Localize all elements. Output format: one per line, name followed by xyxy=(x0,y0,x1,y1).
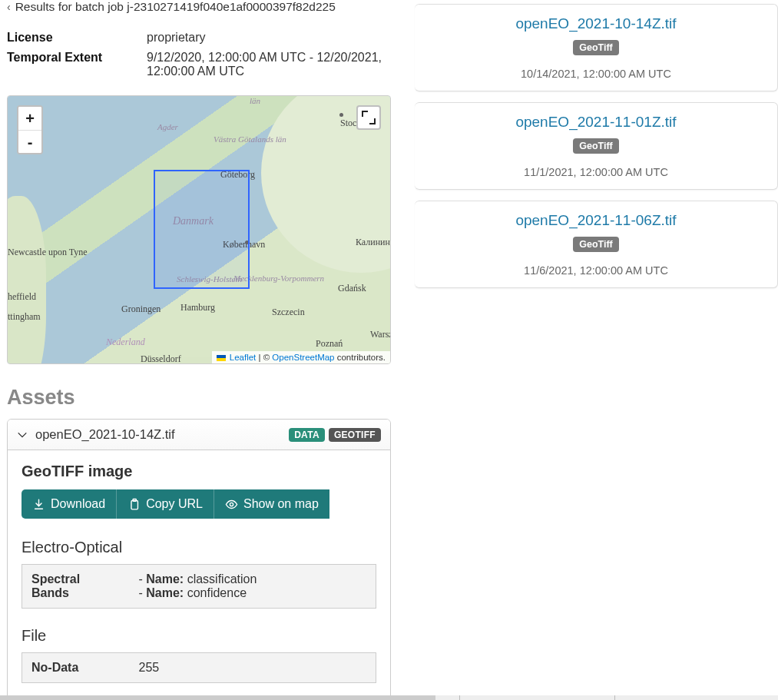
geotiff-chip: GeoTiff xyxy=(573,138,619,154)
svg-rect-0 xyxy=(131,500,138,509)
result-card[interactable]: openEO_2021-11-01Z.tif GeoTiff 11/1/2021… xyxy=(415,102,778,190)
label-groningen: Groningen xyxy=(121,304,161,315)
file-table: No-Data 255 xyxy=(22,652,376,683)
fullscreen-icon xyxy=(363,112,374,123)
geotiff-chip: GeoTiff xyxy=(573,40,619,55)
clipboard-icon xyxy=(127,498,141,511)
page-header: ‹ Results for batch job j-2310271419f040… xyxy=(7,0,392,14)
eye-icon xyxy=(225,498,238,511)
spectral-bands-label: Spectral Bands xyxy=(22,565,130,609)
label-warsz: Warsz xyxy=(370,329,391,340)
asset-header[interactable]: openEO_2021-10-14Z.tif DATA GEOTIFF xyxy=(8,420,390,450)
license-label: License xyxy=(7,28,147,48)
result-date: 11/6/2021, 12:00:00 AM UTC xyxy=(429,264,763,277)
svg-point-2 xyxy=(230,503,233,506)
geotiff-chip: GeoTiff xyxy=(573,237,619,252)
chevron-down-icon xyxy=(17,430,28,440)
page-title: Results for batch job j-2310271419f040e1… xyxy=(15,0,336,14)
badge-geotiff: GEOTIFF xyxy=(329,428,381,442)
result-title[interactable]: openEO_2021-11-01Z.tif xyxy=(429,114,763,131)
back-icon[interactable]: ‹ xyxy=(7,1,11,13)
nodata-value: 255 xyxy=(130,653,376,683)
leaflet-link[interactable]: Leaflet xyxy=(230,353,257,362)
result-date: 10/14/2021, 12:00:00 AM UTC xyxy=(429,68,763,80)
zoom-out-button[interactable]: - xyxy=(18,130,41,153)
result-title[interactable]: openEO_2021-10-14Z.tif xyxy=(429,15,763,32)
bbox-rect xyxy=(154,170,250,289)
result-title[interactable]: openEO_2021-11-06Z.tif xyxy=(429,212,763,229)
copy-url-button[interactable]: Copy URL xyxy=(116,489,214,519)
label-sheffield: heffield xyxy=(8,291,36,303)
label-vastra: Västra Götalands län xyxy=(214,134,286,144)
asset-body-title: GeoTIFF image xyxy=(22,463,376,480)
asset-name: openEO_2021-10-14Z.tif xyxy=(35,427,175,442)
footer-bar xyxy=(0,695,778,700)
spectral-bands-value: - Name: classification - Name: confidenc… xyxy=(130,565,376,609)
download-icon xyxy=(32,498,45,511)
eo-heading: Electro-Optical xyxy=(22,539,376,556)
label-dusseldorf: Düsseldorf xyxy=(141,353,181,364)
badge-data: DATA xyxy=(289,428,325,442)
label-szczecin: Szczecin xyxy=(272,307,305,318)
fullscreen-button[interactable] xyxy=(356,105,381,130)
map-attribution: Leaflet | © OpenStreetMap contributors. xyxy=(212,351,390,363)
label-gdansk: Gdańsk xyxy=(338,283,366,294)
map[interactable]: Danmark København Göteborg Stockholm Ham… xyxy=(7,95,391,364)
metadata-table: License proprietary Temporal Extent 9/12… xyxy=(7,28,392,81)
label-hamburg: Hamburg xyxy=(180,302,215,314)
label-kalinin: Калинин xyxy=(356,237,390,248)
ukraine-flag-icon xyxy=(217,355,226,361)
zoom-controls: + - xyxy=(17,105,43,154)
asset-card: openEO_2021-10-14Z.tif DATA GEOTIFF GeoT… xyxy=(7,419,391,700)
asset-actions: Download Copy URL Show on map xyxy=(22,489,376,519)
nodata-label: No-Data xyxy=(22,653,130,683)
label-lan: län xyxy=(250,96,260,105)
temporal-value: 9/12/2020, 12:00:00 AM UTC - 12/20/2021,… xyxy=(147,48,392,81)
eo-table: Spectral Bands - Name: classification - … xyxy=(22,564,376,609)
label-agder: Agder xyxy=(157,122,178,131)
osm-link[interactable]: OpenStreetMap xyxy=(272,353,334,362)
download-button[interactable]: Download xyxy=(22,489,116,519)
zoom-in-button[interactable]: + xyxy=(18,107,41,130)
label-newcastle: Newcastle upon Tyne xyxy=(8,247,88,258)
show-on-map-button[interactable]: Show on map xyxy=(214,489,329,519)
file-heading: File xyxy=(22,627,376,645)
label-poznan: Poznań xyxy=(316,338,343,350)
result-card[interactable]: openEO_2021-10-14Z.tif GeoTiff 10/14/202… xyxy=(415,4,778,91)
result-card[interactable]: openEO_2021-11-06Z.tif GeoTiff 11/6/2021… xyxy=(415,201,778,288)
assets-heading: Assets xyxy=(7,386,392,410)
label-nottingham: ttingham xyxy=(8,311,41,323)
temporal-label: Temporal Extent xyxy=(7,48,147,81)
license-value: proprietary xyxy=(147,28,392,48)
label-nederland: Nederland xyxy=(106,337,145,348)
result-date: 11/1/2021, 12:00:00 AM UTC xyxy=(429,166,763,178)
